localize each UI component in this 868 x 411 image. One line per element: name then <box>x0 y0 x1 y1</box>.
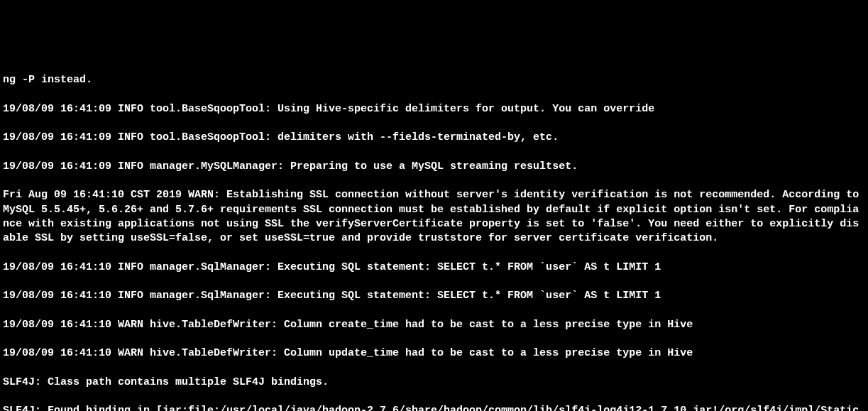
log-line: 19/08/09 16:41:10 INFO manager.SqlManage… <box>3 261 865 275</box>
log-line: ng -P instead. <box>3 73 865 87</box>
log-line: 19/08/09 16:41:09 INFO tool.BaseSqoopToo… <box>3 102 865 116</box>
log-line: SLF4J: Found binding in [jar:file:/usr/l… <box>3 404 865 411</box>
terminal-output: ng -P instead. 19/08/09 16:41:09 INFO to… <box>3 59 865 411</box>
log-line: 19/08/09 16:41:10 WARN hive.TableDefWrit… <box>3 346 865 361</box>
log-line: 19/08/09 16:41:10 INFO manager.SqlManage… <box>3 289 865 303</box>
log-line: 19/08/09 16:41:10 WARN hive.TableDefWrit… <box>3 318 865 332</box>
log-line: 19/08/09 16:41:09 INFO tool.BaseSqoopToo… <box>3 131 865 145</box>
log-line: SLF4J: Class path contains multiple SLF4… <box>3 376 865 390</box>
log-line: 19/08/09 16:41:09 INFO manager.MySQLMana… <box>3 160 865 174</box>
log-line: Fri Aug 09 16:41:10 CST 2019 WARN: Estab… <box>3 188 865 246</box>
